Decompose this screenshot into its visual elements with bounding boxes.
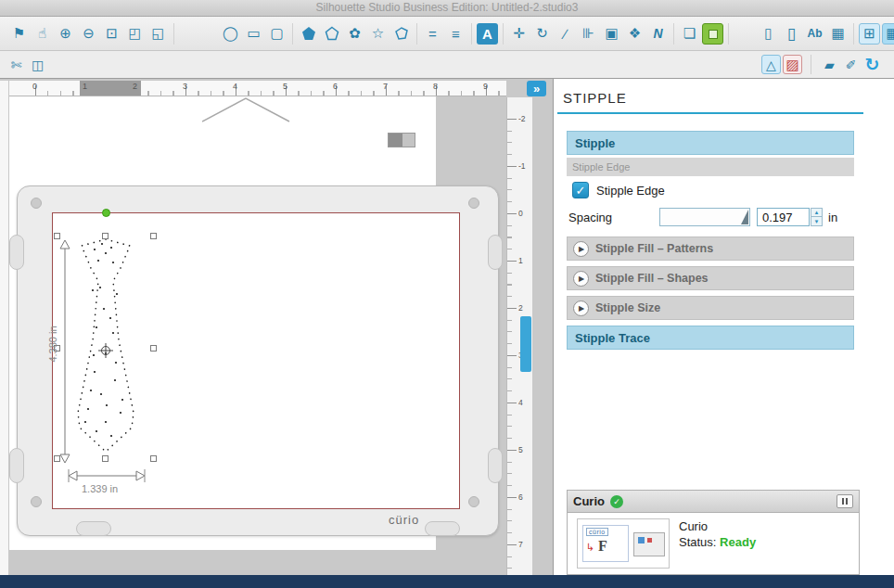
mat-corner-dot [468,198,479,209]
ellipse-tool-icon[interactable]: ◯ [220,23,241,45]
v-ruler-number: 6 [518,492,523,502]
mat-tab [488,448,503,483]
pause-button[interactable] [837,494,853,508]
text-style-icon[interactable]: Ab [804,23,825,45]
grid-settings-icon[interactable]: ▦ [882,23,894,45]
spacing-slider-handle[interactable] [741,210,748,224]
stipple-trace-label: Stipple Trace [568,331,650,345]
sync-icon[interactable]: ↻ [862,55,882,74]
move-tool-icon[interactable]: ✛ [508,23,530,45]
bottom-bar [0,575,894,588]
curio-device-panel: Curio cürio ↳ F [567,490,860,575]
vertical-scrollbar[interactable] [520,316,531,372]
rectangle-tool-icon[interactable]: ▭ [243,23,264,45]
mat-logo: cürio [389,513,419,527]
star-tool-icon[interactable]: ☆ [367,23,389,45]
spacing-stepper: ▲ ▼ [811,208,823,226]
text-tool-icon[interactable]: A [477,23,498,45]
stipple-section-header[interactable]: Stipple [567,131,854,155]
collapsed-section-label: Stipple Fill – Shapes [595,272,709,285]
stipple-edge-subheader: Stipple Edge [567,158,854,176]
stipple-panel: STIPPLE Stipple Stipple Edge Stipple Edg… [553,79,894,575]
stipple-tie-shape[interactable] [57,236,154,459]
expand-section-icon[interactable] [573,300,589,316]
selection-handle[interactable] [54,233,60,239]
modify-tool-icon[interactable]: ❖ [624,23,645,45]
flower-tool-icon[interactable]: ✿ [344,23,365,45]
selection-handle[interactable] [102,455,109,462]
rotate-tool-icon[interactable]: ↻ [531,23,553,45]
flag-select-tool-icon[interactable]: ⚑ [8,23,30,45]
h-ruler-number: 2 [133,82,137,91]
status-label: Status: [679,535,716,549]
stipple-trace-header[interactable]: Stipple Trace [567,326,854,350]
spacing-value-input[interactable]: 0.197 [757,208,810,226]
tool-carriage-indicator [388,133,415,147]
line-tool-icon[interactable]: = [422,23,443,45]
blade-settings-icon[interactable]: ✄ [6,55,26,74]
freeform-polygon-tool-icon[interactable] [390,23,412,45]
rounded-rectangle-tool-icon[interactable]: ▢ [266,23,287,45]
collapsed-section-label: Stipple Fill – Patterns [595,242,713,255]
spacing-decrement-button[interactable]: ▼ [811,217,822,225]
shear-tool-icon[interactable]: ∕ [555,23,576,45]
selection-handle[interactable] [150,233,157,239]
send-arrow-icon: ↳ [586,542,594,554]
window-title: Silhouette Studio Business Edition: Unti… [316,1,579,14]
stipple-edge-checkbox[interactable] [572,182,589,198]
h-ruler-number: 4 [233,82,237,91]
collapsed-section-stipple-size[interactable]: Stipple Size [567,296,854,320]
titlebar: Silhouette Studio Business Edition: Unti… [0,0,894,17]
shape-tool-icon[interactable] [321,23,342,45]
spacing-increment-button[interactable]: ▲ [811,209,822,217]
expand-section-icon[interactable] [573,271,589,287]
zoom-in-tool-icon[interactable]: ⊕ [55,23,76,45]
polyline-tool-icon[interactable]: ≡ [445,23,466,45]
fit-to-page-tool-icon[interactable]: ◱ [147,23,169,45]
machine-illustration [633,532,665,556]
mat-corner-dot [468,496,479,507]
zoom-out-tool-icon[interactable]: ⊖ [78,23,99,45]
emboss-tool-icon[interactable]: ◫ [28,55,47,74]
spacing-slider[interactable] [659,208,750,226]
left-ruler-strip [0,81,9,575]
expand-panel-button[interactable] [527,81,546,96]
secondary-toolbar: ✄◫ △▨▰✐↻ [0,51,894,79]
rotation-handle[interactable] [102,209,110,217]
drag-zoom-tool-icon[interactable]: ◰ [124,23,146,45]
send-file-illustration: cürio ↳ F [582,525,629,562]
pan-hand-tool-icon[interactable]: ☝ [32,23,53,45]
selection-handle[interactable] [150,345,157,352]
machine-red-dot [647,538,652,543]
replicate-tool-icon[interactable]: ▣ [601,23,622,45]
panel-title-divider [557,112,863,114]
v-ruler-number: 0 [518,209,523,218]
status-value: Ready [720,535,756,549]
tablet-connect-icon[interactable]: ▯ [781,23,802,45]
collapsed-section-stipple-fill-patterns[interactable]: Stipple Fill – Patterns [567,236,854,261]
selection-handle[interactable] [150,455,157,462]
mat-corner-dot [31,198,42,209]
design-canvas[interactable]: 0123456789 cürio [0,79,553,575]
selection-handle[interactable] [102,233,109,239]
page-setup-icon[interactable]: ⊞ [859,23,880,45]
curio-device-thumbnail[interactable]: cürio ↳ F [577,518,670,569]
regular-polygon-tool-icon[interactable] [298,23,319,45]
nesting-tool-icon[interactable]: N [647,23,669,45]
fill-color-tool-icon[interactable] [702,23,723,45]
collapsed-section-stipple-fill-shapes[interactable]: Stipple Fill – Shapes [567,266,854,290]
stipple-edge-subheader-label: Stipple Edge [567,161,630,173]
pattern-fill-icon[interactable]: ▨ [783,55,802,74]
expand-section-icon[interactable] [573,241,589,257]
knife-tool-icon[interactable]: ✐ [841,55,861,74]
horizontal-ruler: 0123456789 [9,81,506,96]
zoom-selection-tool-icon[interactable]: ⊡ [101,23,122,45]
stipple-panel-icon[interactable]: △ [761,55,781,74]
grid-table-icon[interactable]: ▦ [827,23,849,45]
selection-handle[interactable] [54,455,60,462]
align-tool-icon[interactable]: ⊪ [578,23,599,45]
note-tool-icon[interactable]: ❏ [679,23,700,45]
phone-connect-icon[interactable]: ▯ [758,23,779,45]
curio-panel-body: cürio ↳ F Curio Status: Read [568,513,859,575]
eraser-tool-icon[interactable]: ▰ [820,55,839,74]
